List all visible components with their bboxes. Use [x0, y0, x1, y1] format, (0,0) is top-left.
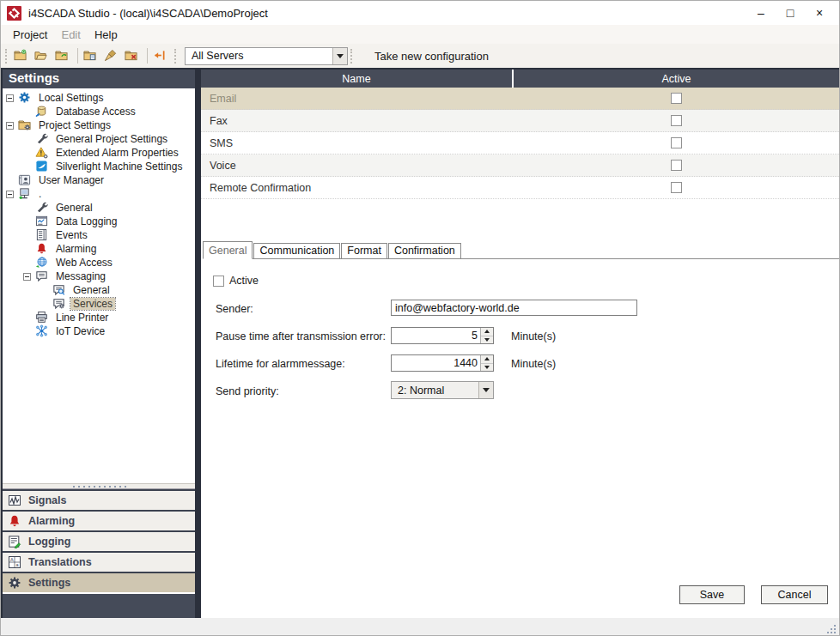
tree-item-alarming[interactable]: Alarming — [3, 242, 195, 256]
nav-item-logging[interactable]: Logging — [3, 532, 195, 551]
tree-item-general[interactable]: General — [3, 283, 195, 297]
nav-item-translations[interactable]: AaTranslations — [3, 553, 195, 572]
row-active-checkbox[interactable] — [671, 115, 682, 126]
chevron-down-icon[interactable] — [478, 382, 493, 398]
data-logging-icon — [35, 215, 49, 228]
wrench-icon — [35, 132, 49, 146]
spin-down-button[interactable] — [481, 364, 493, 372]
tree-expander[interactable] — [6, 191, 14, 198]
deploy-project-button[interactable] — [53, 45, 74, 66]
table-row-voice[interactable]: Voice — [201, 154, 839, 177]
lifetime-spin-buttons — [480, 355, 493, 371]
tree-item-label: Web Access — [53, 257, 115, 269]
sender-input[interactable] — [391, 300, 637, 316]
tree-item-user-manager[interactable]: User Manager — [3, 173, 195, 187]
message-icon — [35, 270, 49, 283]
svg-text:A: A — [10, 556, 14, 561]
send-priority-select[interactable]: 2: Normal — [391, 381, 494, 399]
row-name-cell: Fax — [201, 110, 514, 131]
nav-item-settings[interactable]: Settings — [3, 573, 195, 592]
nav-item-alarming[interactable]: Alarming — [3, 512, 195, 530]
save-button[interactable]: Save — [679, 585, 745, 604]
row-active-checkbox[interactable] — [671, 160, 682, 171]
table-row-fax[interactable]: Fax — [201, 110, 839, 132]
active-checkbox[interactable] — [213, 276, 224, 287]
tree-item-general-project-settings[interactable]: General Project Settings — [3, 132, 195, 146]
row-active-checkbox[interactable] — [671, 93, 682, 104]
menu-project[interactable]: Project — [6, 27, 54, 43]
tree-item-label: Events — [53, 229, 90, 241]
resize-grip-icon[interactable] — [826, 622, 837, 633]
tab-general[interactable]: General — [203, 241, 253, 259]
spin-up-button[interactable] — [481, 355, 493, 364]
column-header-active[interactable]: Active — [514, 70, 839, 88]
tree-item-iot-device[interactable]: IoT Device — [3, 324, 195, 338]
nav-item-signals[interactable]: Signals — [3, 491, 195, 510]
new-project-button[interactable] — [12, 45, 33, 66]
toolbar-grip[interactable] — [350, 49, 355, 64]
folder-gear-icon — [18, 118, 32, 132]
pause-time-value[interactable]: 5 — [392, 328, 480, 343]
spin-down-button[interactable] — [481, 336, 493, 344]
column-header-name[interactable]: Name — [201, 70, 514, 88]
table-row-sms[interactable]: SMS — [201, 132, 839, 154]
tree-item-data-logging[interactable]: Data Logging — [3, 215, 195, 228]
cleanup-project-button[interactable] — [102, 45, 123, 66]
table-row-email[interactable]: Email — [201, 88, 839, 110]
table-row-remote-confirmation[interactable]: Remote Confirmation — [201, 177, 839, 199]
tree-item-messaging[interactable]: Messaging — [3, 270, 195, 283]
tree-item-extended-alarm-properties[interactable]: Extended Alarm Properties — [3, 146, 195, 160]
tree-item-label: General Project Settings — [53, 133, 170, 145]
chevron-down-icon[interactable] — [332, 48, 347, 64]
tab-communication[interactable]: Communication — [253, 243, 340, 258]
toolbar-grip[interactable] — [174, 49, 179, 64]
open-project-button[interactable] — [33, 45, 53, 66]
tree-item-web-access[interactable]: Web Access — [3, 256, 195, 270]
message-gear-icon — [52, 297, 66, 311]
minimize-button[interactable]: – — [746, 2, 776, 24]
tree-item-label: Extended Alarm Properties — [53, 147, 181, 159]
tab-confirmation[interactable]: Confirmation — [388, 243, 461, 258]
row-name-cell: SMS — [201, 132, 514, 154]
server-select[interactable]: All Servers — [185, 47, 348, 65]
warning-gear-icon — [35, 146, 49, 160]
bell-icon — [8, 514, 22, 529]
tree-expander[interactable] — [23, 273, 31, 281]
tree-item-local-settings[interactable]: Local Settings — [3, 91, 195, 105]
tree-item-events[interactable]: Events — [3, 228, 195, 242]
remove-project-button[interactable] — [123, 45, 143, 66]
tree-item-general[interactable]: General — [3, 201, 195, 215]
close-button[interactable]: × — [805, 2, 834, 24]
folder-open-icon — [34, 49, 48, 63]
row-active-cell — [514, 154, 839, 176]
row-active-checkbox[interactable] — [671, 137, 682, 148]
take-new-configuration-button[interactable]: Take new configuration — [368, 47, 496, 65]
lifetime-value[interactable]: 1440 — [392, 355, 480, 371]
spin-up-button[interactable] — [481, 328, 493, 336]
tree-item-database-access[interactable]: Database Access — [3, 105, 195, 118]
tree-item-line-printer[interactable]: Line Printer — [3, 311, 195, 324]
tree-item-label: Messaging — [53, 270, 108, 282]
tree-item-services[interactable]: Services — [3, 297, 195, 311]
printer-icon — [35, 311, 49, 324]
menu-help[interactable]: Help — [88, 27, 125, 43]
table-header-row: NameActive — [201, 70, 839, 88]
tree-expander[interactable] — [6, 94, 14, 102]
toolbar-grip[interactable] — [5, 49, 9, 64]
maximize-button[interactable]: □ — [776, 2, 805, 24]
tree-item-label: General — [53, 202, 95, 214]
tree-item-silverlight-machine-settings[interactable]: Silverlight Machine Settings — [3, 160, 195, 173]
pause-time-unit: Minute(s) — [511, 330, 556, 342]
tree-item-node[interactable]: . — [3, 187, 195, 201]
window-controls: –□× — [746, 2, 839, 24]
project-explorer-button[interactable] — [82, 45, 102, 66]
row-active-checkbox[interactable] — [671, 182, 682, 193]
panel-divider[interactable] — [195, 70, 201, 618]
import-configuration-button[interactable] — [151, 45, 172, 66]
tree-expander[interactable] — [6, 122, 14, 130]
cancel-button[interactable]: Cancel — [761, 585, 828, 604]
nav-item-label: Logging — [28, 536, 70, 548]
tree-item-project-settings[interactable]: Project Settings — [3, 118, 195, 132]
tab-format[interactable]: Format — [341, 243, 387, 258]
panel-splitter[interactable] — [3, 483, 195, 489]
